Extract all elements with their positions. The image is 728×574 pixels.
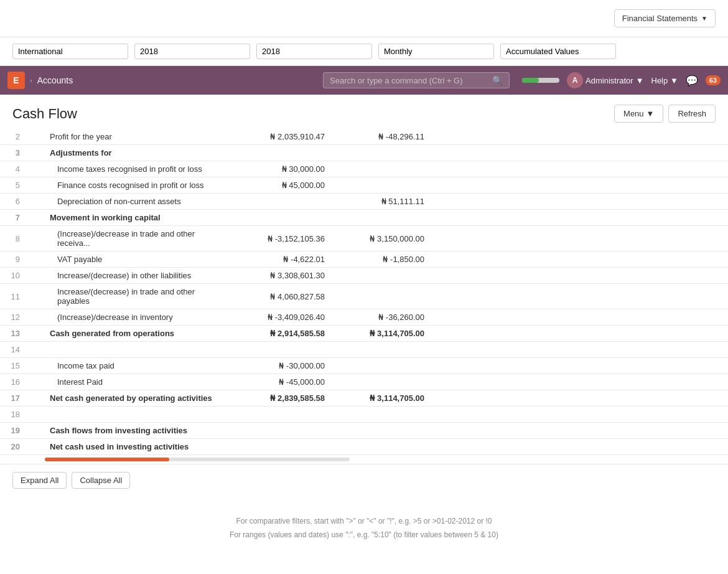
row-label: Adjustments for xyxy=(45,145,230,161)
table-row: 7 Movement in working capital xyxy=(0,210,728,226)
row-col2: ₦ -1,850.00 xyxy=(330,252,429,268)
row-indent xyxy=(25,129,45,145)
nav-bar: E › Accounts 🔍 A Administrator ▼ Help ▼ … xyxy=(0,66,728,95)
row-col5 xyxy=(628,407,728,423)
row-col2 xyxy=(330,374,429,390)
period-filter[interactable] xyxy=(378,44,494,59)
row-label xyxy=(45,407,230,423)
row-number: 5 xyxy=(0,177,25,194)
row-indent xyxy=(25,390,45,407)
row-col5 xyxy=(628,226,728,252)
row-col1: ₦ -45,000.00 xyxy=(230,374,330,390)
financial-statements-button[interactable]: Financial Statements ▼ xyxy=(614,9,716,27)
row-label: (Increase)/decrease in inventory xyxy=(45,309,230,326)
main-content: Cash Flow Menu ▼ Refresh 2 Profit for th… xyxy=(0,95,728,574)
row-col2 xyxy=(330,423,429,439)
row-col2: ₦ 3,114,705.00 xyxy=(330,390,429,407)
header-actions: Menu ▼ Refresh xyxy=(614,105,716,123)
year2-filter[interactable] xyxy=(256,44,372,59)
chat-button[interactable]: 💬 xyxy=(686,75,698,87)
row-col2 xyxy=(330,145,429,161)
row-col5 xyxy=(628,177,728,194)
row-indent xyxy=(25,226,45,252)
row-col3 xyxy=(429,358,529,374)
row-col2: ₦ 3,114,705.00 xyxy=(330,326,429,342)
refresh-button[interactable]: Refresh xyxy=(668,105,716,123)
user-chevron-icon: ▼ xyxy=(636,76,644,85)
row-col2 xyxy=(330,439,429,455)
row-col3 xyxy=(429,407,529,423)
row-indent xyxy=(25,177,45,194)
row-col5 xyxy=(628,390,728,407)
row-label: (Increase)/decrease in trade and other r… xyxy=(45,226,230,252)
row-number: 19 xyxy=(0,423,25,439)
row-label: Depreciation of non-current assets xyxy=(45,194,230,210)
row-label: Income taxes recognised in profit or los… xyxy=(45,161,230,177)
row-label: Cash generated from operations xyxy=(45,326,230,342)
row-label: Interest Paid xyxy=(45,374,230,390)
row-indent xyxy=(25,284,45,309)
row-label: Increase/(decrease) in trade and other p… xyxy=(45,284,230,309)
table-row: 15 Income tax paid ₦ -30,000.00 xyxy=(0,358,728,374)
table-row: 18 xyxy=(0,407,728,423)
row-col1: ₦ 2,035,910.47 xyxy=(230,129,330,145)
row-indent xyxy=(25,358,45,374)
row-col4 xyxy=(529,358,628,374)
progress-bar-fill xyxy=(522,78,539,83)
hint-line-2: For ranges (values and dates) use ":", e… xyxy=(12,529,716,542)
collapse-all-button[interactable]: Collapse All xyxy=(72,472,130,489)
row-number: 9 xyxy=(0,252,25,268)
user-menu-button[interactable]: A Administrator ▼ xyxy=(567,72,643,88)
row-label: Net cash generated by operating activiti… xyxy=(45,390,230,407)
expand-all-button[interactable]: Expand All xyxy=(12,472,67,489)
company-filter[interactable] xyxy=(12,44,128,59)
row-indent xyxy=(25,194,45,210)
top-bar: Financial Statements ▼ xyxy=(0,0,728,37)
values-filter[interactable] xyxy=(500,44,616,59)
row-indent xyxy=(25,407,45,423)
row-col4 xyxy=(529,252,628,268)
row-col1: ₦ -3,409,026.40 xyxy=(230,309,330,326)
row-col1: ₦ 2,839,585.58 xyxy=(230,390,330,407)
row-col3 xyxy=(429,390,529,407)
row-col3 xyxy=(429,129,529,145)
table-row: 2 Profit for the year ₦ 2,035,910.47 ₦ -… xyxy=(0,129,728,145)
row-indent xyxy=(25,423,45,439)
row-col1: ₦ 2,914,585.58 xyxy=(230,326,330,342)
page-title: Cash Flow xyxy=(12,106,77,122)
table-row: 6 Depreciation of non-current assets ₦ 5… xyxy=(0,194,728,210)
row-col3 xyxy=(429,423,529,439)
row-label: VAT payable xyxy=(45,252,230,268)
row-col3 xyxy=(429,210,529,226)
table-row: 11 Increase/(decrease) in trade and othe… xyxy=(0,284,728,309)
row-number: 15 xyxy=(0,358,25,374)
row-col3 xyxy=(429,226,529,252)
row-number: 14 xyxy=(0,342,25,358)
filter-bar xyxy=(0,37,728,66)
notification-badge[interactable]: 63 xyxy=(706,75,721,85)
row-col1 xyxy=(230,423,330,439)
table-row: 3 Adjustments for xyxy=(0,145,728,161)
row-col1: ₦ 45,000.00 xyxy=(230,177,330,194)
row-col4 xyxy=(529,374,628,390)
row-label: Movement in working capital xyxy=(45,210,230,226)
table-row: 20 Net cash used in investing activities xyxy=(0,439,728,455)
help-button[interactable]: Help ▼ xyxy=(651,76,678,85)
app-logo[interactable]: E xyxy=(7,72,25,89)
row-col4 xyxy=(529,407,628,423)
search-bar[interactable]: 🔍 xyxy=(323,72,510,88)
row-col4 xyxy=(529,129,628,145)
breadcrumb: Accounts xyxy=(37,75,73,85)
row-col4 xyxy=(529,226,628,252)
row-label: Profit for the year xyxy=(45,129,230,145)
search-input[interactable] xyxy=(330,76,492,85)
row-col1: ₦ 3,308,601.30 xyxy=(230,268,330,284)
row-col2 xyxy=(330,161,429,177)
menu-button[interactable]: Menu ▼ xyxy=(614,105,663,123)
scrollbar-container[interactable] xyxy=(0,455,728,464)
avatar: A xyxy=(567,72,583,88)
row-col3 xyxy=(429,374,529,390)
cash-flow-table: 2 Profit for the year ₦ 2,035,910.47 ₦ -… xyxy=(0,129,728,455)
table-row: 5 Finance costs recognised in profit or … xyxy=(0,177,728,194)
year1-filter[interactable] xyxy=(134,44,250,59)
